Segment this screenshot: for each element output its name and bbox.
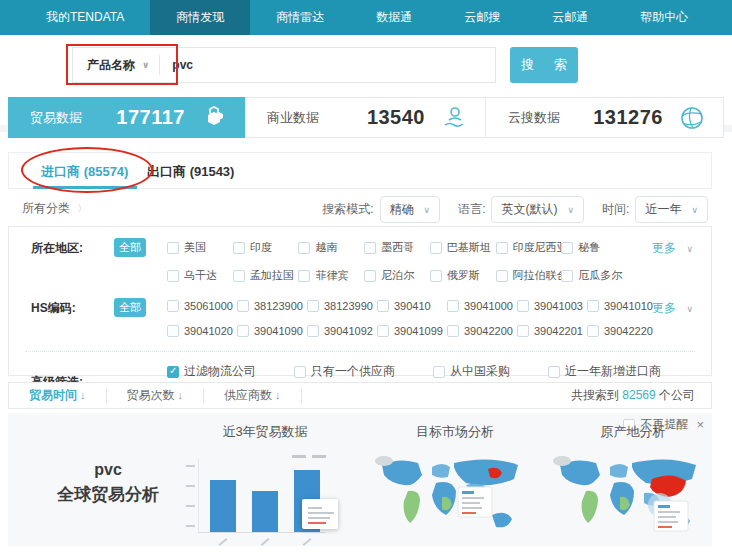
option-label: 厄瓜多尔 [578,268,622,283]
hscode-option[interactable]: 39041090 [237,325,307,337]
checkbox[interactable] [298,270,310,282]
search-mode-select[interactable]: 精确 ∨ [380,196,441,223]
stat-trade-data[interactable]: 贸易数据 177117 [8,97,245,138]
region-option[interactable]: 巴基斯坦 [430,240,496,255]
region-more-link[interactable]: 更多 ∨ [652,240,693,257]
checkbox[interactable] [496,270,508,282]
trade-3yr-thumbnail[interactable]: 近3年贸易数据 [180,423,350,547]
checkbox[interactable] [561,270,573,282]
checkbox[interactable] [167,300,179,312]
checkbox[interactable] [167,270,179,282]
sort-trade-count[interactable]: 贸易次数↓ [107,387,204,404]
checkbox[interactable] [294,366,306,378]
hscode-option[interactable]: 39041099 [377,325,447,337]
checkbox[interactable] [167,242,179,254]
stat-business-data[interactable]: 商业数据 13540 [245,97,486,138]
checkbox[interactable] [430,270,442,282]
chart-tooltip [302,499,338,529]
nav-item-help[interactable]: 帮助中心 [614,0,714,35]
region-option[interactable]: 美国 [167,240,233,255]
hscode-option[interactable]: 39041020 [167,325,237,337]
checkbox[interactable] [561,242,573,254]
option-label: 39041092 [324,325,373,337]
sort-trade-time[interactable]: 贸易时间↓ [9,387,106,404]
hscode-option[interactable]: 38123900 [237,300,307,312]
checkbox-checked[interactable] [167,366,179,378]
region-option[interactable]: 印度 [233,240,299,255]
checkbox[interactable] [587,325,599,337]
region-option[interactable]: 厄瓜多尔 [561,268,627,283]
checkbox[interactable] [447,325,459,337]
tab-count: (85574) [84,164,129,179]
checkbox[interactable] [167,325,179,337]
nav-item-cloudmail[interactable]: 云邮通 [526,0,614,35]
target-market-thumbnail[interactable]: 目标市场分析 [370,423,540,549]
region-option[interactable]: 孟加拉国 [233,268,299,283]
checkbox[interactable] [298,242,310,254]
checkbox[interactable] [307,300,319,312]
hscode-option[interactable]: 390410 [377,300,447,312]
region-all-button[interactable]: 全部 [114,238,146,257]
advanced-option-filter-logistics[interactable]: 过滤物流公司 [167,363,256,380]
checkbox[interactable] [377,300,389,312]
checkbox[interactable] [307,325,319,337]
region-option[interactable]: 俄罗斯 [430,268,496,283]
hscode-option[interactable]: 39041003 [517,300,587,312]
nav-item-radar[interactable]: 商情雷达 [250,0,350,35]
checkbox[interactable] [237,325,249,337]
region-option[interactable]: 墨西哥 [364,240,430,255]
checkbox[interactable] [517,325,529,337]
checkbox[interactable] [587,300,599,312]
checkbox[interactable] [233,270,245,282]
checkbox[interactable] [364,270,376,282]
checkbox[interactable] [377,325,389,337]
tab-exporters[interactable]: 出口商 (91543) [147,153,234,190]
advanced-option-single-supplier[interactable]: 只有一个供应商 [294,363,395,380]
checkbox[interactable] [233,242,245,254]
hscode-option[interactable]: 35061000 [167,300,237,312]
search-field-select[interactable]: 产品名称 ∨ [73,57,159,74]
hscode-more-link[interactable]: 更多 ∨ [652,300,693,317]
tab-importers[interactable]: 进口商 (85574) [41,153,128,190]
hscode-option[interactable]: 39041092 [307,325,377,337]
checkbox[interactable] [548,366,560,378]
hscode-option[interactable]: 39042200 [447,325,517,337]
origin-analysis-thumbnail[interactable]: 原产地分析 [548,423,718,549]
option-label: 从中国采购 [450,363,510,380]
checkbox[interactable] [237,300,249,312]
checkbox[interactable] [433,366,445,378]
nav-item-discovery[interactable]: 商情发现 [150,0,250,35]
region-option[interactable]: 乌干达 [167,268,233,283]
advanced-option-new-importers[interactable]: 近一年新增进口商 [548,363,661,380]
region-option[interactable]: 印度尼西亚 [496,240,562,255]
hscode-all-button[interactable]: 全部 [114,298,146,317]
checkbox[interactable] [496,242,508,254]
stats-bar: 贸易数据 177117 商业数据 13540 云搜数据 131276 [8,97,724,138]
nav-item-my-tendata[interactable]: 我的TENDATA [20,0,150,35]
region-option[interactable]: 秘鲁 [561,240,627,255]
search-button[interactable]: 搜 索 [510,47,578,83]
region-option[interactable]: 越南 [298,240,364,255]
checkbox[interactable] [430,242,442,254]
time-select[interactable]: 近一年 ∨ [635,196,708,223]
search-input[interactable]: pvc [160,58,193,72]
region-option[interactable]: 尼泊尔 [364,268,430,283]
hscode-option[interactable]: 39041010 [587,300,657,312]
hscode-option[interactable]: 39042220 [587,325,657,337]
hscode-option[interactable]: 38123990 [307,300,377,312]
checkbox[interactable] [364,242,376,254]
nav-item-cloudmail-search[interactable]: 云邮搜 [438,0,526,35]
advanced-option-buy-from-china[interactable]: 从中国采购 [433,363,510,380]
language-select[interactable]: 英文(默认) ∨ [491,196,584,223]
stat-cloud-data[interactable]: 云搜数据 131276 [486,97,724,138]
hscode-option[interactable]: 39041000 [447,300,517,312]
region-option[interactable]: 菲律宾 [298,268,364,283]
all-categories-link[interactable]: 所有分类 〉 [22,200,87,217]
search-box: 产品名称 ∨ pvc [72,47,496,83]
checkbox[interactable] [517,300,529,312]
hscode-option[interactable]: 39042201 [517,325,587,337]
sort-supplier-count[interactable]: 供应商数↓ [204,387,301,404]
region-option[interactable]: 阿拉伯联合... [496,268,562,283]
checkbox[interactable] [447,300,459,312]
nav-item-datalink[interactable]: 数据通 [350,0,438,35]
